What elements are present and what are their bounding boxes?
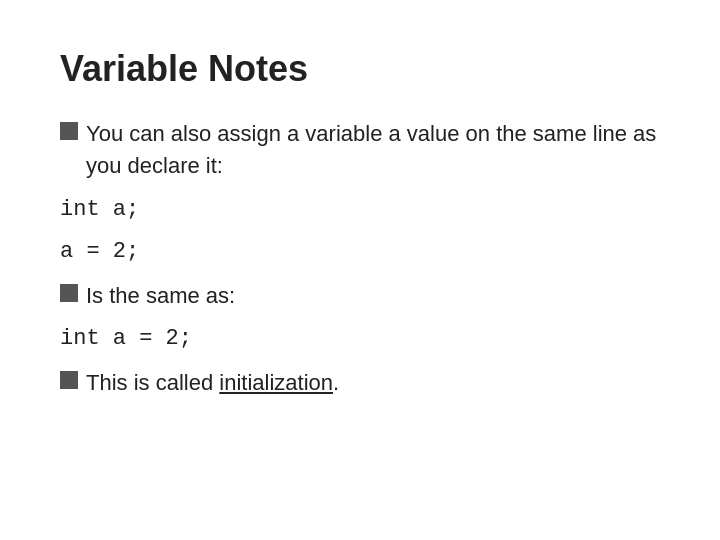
- code-int-a-equals-2: int a = 2;: [60, 323, 660, 355]
- bullet-1: You can also assign a variable a value o…: [60, 118, 660, 182]
- code-int-a: int a;: [60, 194, 660, 226]
- slide: Variable Notes You can also assign a var…: [0, 0, 720, 540]
- bullet-1-text: You can also assign a variable a value o…: [86, 118, 660, 182]
- slide-title: Variable Notes: [60, 48, 660, 90]
- code-int-a-equals-2-text: int a = 2;: [60, 326, 192, 351]
- initialization-word: initialization: [219, 370, 333, 395]
- bullet-square-2: [60, 284, 78, 302]
- bullet-2: Is the same as:: [60, 280, 660, 312]
- bullet-2-text: Is the same as:: [86, 280, 660, 312]
- bullet-3-text: This is called initialization.: [86, 367, 660, 399]
- bullet-square-1: [60, 122, 78, 140]
- bullet-3: This is called initialization.: [60, 367, 660, 399]
- code-a-equals-2-text: a = 2;: [60, 239, 139, 264]
- content-area: You can also assign a variable a value o…: [60, 118, 660, 399]
- code-int-a-text: int a;: [60, 197, 139, 222]
- bullet-square-3: [60, 371, 78, 389]
- code-a-equals-2: a = 2;: [60, 236, 660, 268]
